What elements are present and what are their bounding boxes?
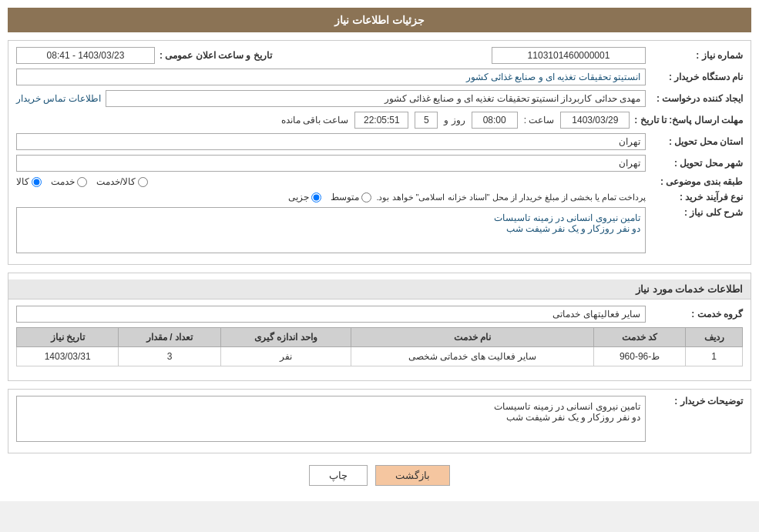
main-section: شماره نیاز : 1103101460000001 تاریخ و سا… <box>8 40 751 265</box>
row-overall-desc: شرح کلی نیاز : تامین نیروی انسانی در زمی… <box>16 207 743 253</box>
label-buyer-desc: توضیحات خریدار : <box>650 396 743 407</box>
value-delivery-province: تهران <box>16 133 646 150</box>
table-cell: نفر <box>220 347 351 366</box>
label-need-number: شماره نیاز : <box>650 50 743 61</box>
table-cell: 1 <box>686 347 743 366</box>
table-cell: ط-96-960 <box>593 347 685 366</box>
row-need-number: شماره نیاز : 1103101460000001 تاریخ و سا… <box>16 47 743 64</box>
services-table-section: ردیف کد خدمت نام خدمت واحد اندازه گیری ت… <box>16 327 743 366</box>
radio-medium-label: متوسط <box>331 192 359 202</box>
label-answer-deadline: مهلت ارسال پاسخ: تا تاریخ : <box>634 115 743 125</box>
table-cell: سایر فعالیت های خدماتی شخصی <box>351 347 594 366</box>
radio-service-input[interactable] <box>77 177 87 187</box>
buyer-desc-line1: تامین نیروی انسانی در زمینه تاسیسات <box>22 401 640 412</box>
table-header-row: ردیف کد خدمت نام خدمت واحد اندازه گیری ت… <box>17 328 743 347</box>
th-date: تاریخ نیاز <box>17 328 119 347</box>
value-answer-remaining: 22:05:51 <box>354 112 408 129</box>
page-wrapper: جزئیات اطلاعات نیاز شماره نیاز : 1103101… <box>0 0 759 501</box>
label-requester: ایجاد کننده درخواست : <box>650 93 743 104</box>
value-overall-desc: تامین نیروی انسانی در زمینه تاسیسات دو ن… <box>16 207 646 253</box>
page-title: جزئیات اطلاعات نیاز <box>334 14 425 26</box>
back-button[interactable]: بازگشت <box>375 465 450 486</box>
th-row-num: ردیف <box>686 328 743 347</box>
th-unit: واحد اندازه گیری <box>220 328 351 347</box>
value-buyer-desc: تامین نیروی انسانی در زمینه تاسیسات دو ن… <box>16 396 646 442</box>
value-need-number: 1103101460000001 <box>492 47 646 64</box>
value-answer-time: 08:00 <box>472 112 518 129</box>
label-answer-time: ساعت : <box>524 115 555 125</box>
purchase-type-content: پرداخت تمام یا بخشی از مبلغ خریدار از مح… <box>16 192 646 202</box>
overall-desc-line2: دو نفر روزکار و یک نفر شیفت شب <box>22 223 640 234</box>
radio-service-label: خدمت <box>51 176 75 187</box>
label-delivery-province: استان محل تحویل : <box>650 136 743 147</box>
row-delivery-city: شهر محل تحویل : تهران <box>16 155 743 172</box>
value-delivery-city: تهران <box>16 155 646 172</box>
th-service-name: نام خدمت <box>351 328 594 347</box>
label-overall-desc: شرح کلی نیاز : <box>650 207 743 218</box>
category-radio-group: کالا/خدمت خدمت کالا <box>16 176 646 187</box>
table-cell: 1403/03/31 <box>17 347 119 366</box>
th-qty: تعداد / مقدار <box>119 328 220 347</box>
buyer-desc-line2: دو نفر روزکار و یک نفر شیفت شب <box>22 412 640 423</box>
row-answer-deadline: مهلت ارسال پاسخ: تا تاریخ : 1403/03/29 س… <box>16 112 743 129</box>
label-answer-remaining: ساعت باقی مانده <box>281 115 349 125</box>
overall-desc-line1: تامین نیروی انسانی در زمینه تاسیسات <box>22 212 640 223</box>
table-cell: 3 <box>119 347 220 366</box>
radio-goods: کالا <box>16 176 42 187</box>
radio-goods-input[interactable] <box>32 177 42 187</box>
label-purchase-type: نوع فرآیند خرید : <box>650 192 743 202</box>
purchase-notice-text: پرداخت تمام یا بخشی از مبلغ خریدار از مح… <box>376 192 646 202</box>
radio-goods-service-input[interactable] <box>138 177 148 187</box>
radio-goods-service-label: کالا/خدمت <box>96 176 136 187</box>
value-requester: مهدی حدائی کاربرداز انستیتو تحقیقات تغذی… <box>106 90 646 107</box>
contact-link[interactable]: اطلاعات تماس خریدار <box>16 93 101 104</box>
row-buyer-org: نام دستگاه خریدار : انستیتو تحقیقات تغذی… <box>16 69 743 85</box>
label-announce-date: تاریخ و ساعت اعلان عمومی : <box>160 50 272 61</box>
radio-medium: متوسط <box>331 192 371 202</box>
row-buyer-desc: توضیحات خریدار : تامین نیروی انسانی در ز… <box>16 396 743 442</box>
radio-partial-input[interactable] <box>311 192 321 202</box>
buyer-desc-section: توضیحات خریدار : تامین نیروی انسانی در ز… <box>8 389 751 453</box>
row-category: طبقه بندی موضوعی : کالا/خدمت خدمت کالا <box>16 176 743 187</box>
row-service-group: گروه خدمت : سایر فعالیتهای خدماتی <box>16 306 743 323</box>
radio-service: خدمت <box>51 176 87 187</box>
label-service-group: گروه خدمت : <box>650 309 743 320</box>
services-section-title: اطلاعات خدمات مورد نیاز <box>8 279 751 299</box>
value-service-group: سایر فعالیتهای خدماتی <box>16 306 646 323</box>
table-row: 1ط-96-960سایر فعالیت های خدماتی شخصینفر3… <box>17 347 743 366</box>
services-table: ردیف کد خدمت نام خدمت واحد اندازه گیری ت… <box>16 327 743 366</box>
label-delivery-city: شهر محل تحویل : <box>650 158 743 169</box>
answer-deadline-group: 1403/03/29 ساعت : 08:00 روز و 5 22:05:51… <box>16 112 630 129</box>
row-purchase-type: نوع فرآیند خرید : پرداخت تمام یا بخشی از… <box>16 192 743 202</box>
row-delivery-province: استان محل تحویل : تهران <box>16 133 743 150</box>
print-button[interactable]: چاپ <box>309 465 368 486</box>
radio-partial-label: جزیی <box>288 192 309 202</box>
value-answer-date: 1403/03/29 <box>560 112 630 129</box>
row-requester: ایجاد کننده درخواست : مهدی حدائی کاربردا… <box>16 90 743 107</box>
radio-medium-input[interactable] <box>361 192 371 202</box>
page-header: جزئیات اطلاعات نیاز <box>8 8 751 32</box>
th-service-code: کد خدمت <box>593 328 685 347</box>
button-row: بازگشت چاپ <box>8 465 751 486</box>
label-buyer-org: نام دستگاه خریدار : <box>650 72 743 82</box>
services-section: اطلاعات خدمات مورد نیاز گروه خدمت : سایر… <box>8 273 751 381</box>
radio-goods-label: کالا <box>16 176 29 187</box>
value-announce-date: 1403/03/23 - 08:41 <box>16 47 155 64</box>
value-buyer-org: انستیتو تحقیقات تغذیه ای و صنایع غذائی ک… <box>16 69 646 85</box>
label-answer-days: روز و <box>444 115 465 125</box>
value-answer-days: 5 <box>415 112 438 129</box>
radio-partial: جزیی <box>288 192 321 202</box>
label-category: طبقه بندی موضوعی : <box>650 176 743 187</box>
radio-goods-service: کالا/خدمت <box>96 176 148 187</box>
purchase-type-radio-group: متوسط جزیی <box>288 192 371 202</box>
